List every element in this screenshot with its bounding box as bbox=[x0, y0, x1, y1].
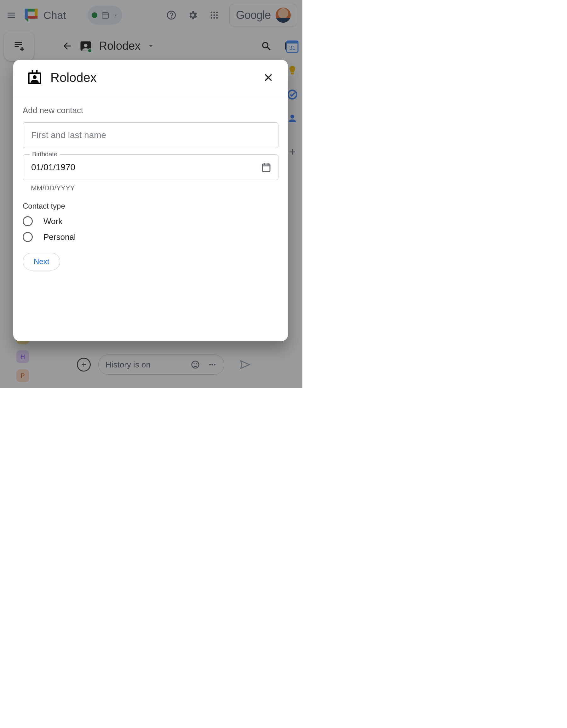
svg-rect-33 bbox=[36, 70, 38, 73]
rolodex-dialog: Rolodex Add new contact Birthdate 01/01/… bbox=[13, 60, 288, 341]
calendar-icon bbox=[261, 162, 272, 173]
dialog-title: Rolodex bbox=[50, 71, 97, 85]
birthdate-label: Birthdate bbox=[30, 151, 60, 158]
dialog-body: Add new contact Birthdate 01/01/1970 MM/… bbox=[13, 96, 288, 280]
svg-point-34 bbox=[33, 75, 37, 79]
contact-type-label: Contact type bbox=[23, 202, 279, 211]
next-button[interactable]: Next bbox=[23, 253, 60, 270]
name-input[interactable] bbox=[23, 122, 279, 148]
birthdate-helper: MM/DD/YYYY bbox=[31, 184, 279, 192]
section-title: Add new contact bbox=[23, 106, 279, 115]
birthdate-field: Birthdate 01/01/1970 bbox=[23, 154, 279, 180]
radio-icon bbox=[23, 216, 33, 226]
radio-label-personal: Personal bbox=[43, 232, 76, 242]
radio-icon bbox=[23, 232, 33, 242]
dialog-close-button[interactable] bbox=[262, 71, 275, 84]
date-picker-button[interactable] bbox=[261, 162, 272, 173]
radio-label-work: Work bbox=[43, 217, 62, 226]
close-icon bbox=[263, 72, 274, 83]
radio-work[interactable]: Work bbox=[23, 216, 279, 226]
birthdate-value: 01/01/1970 bbox=[31, 162, 75, 172]
birthdate-input[interactable]: 01/01/1970 bbox=[23, 154, 279, 180]
svg-rect-35 bbox=[263, 164, 270, 172]
rolodex-app-icon bbox=[26, 69, 43, 86]
radio-personal[interactable]: Personal bbox=[23, 232, 279, 242]
dialog-header: Rolodex bbox=[13, 60, 288, 96]
svg-rect-32 bbox=[32, 70, 33, 73]
